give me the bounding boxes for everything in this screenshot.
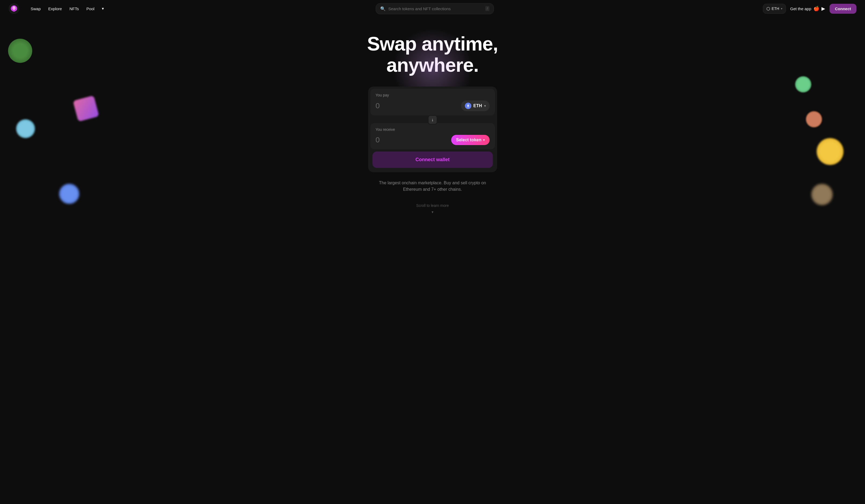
apple-icon: 🍎 (814, 5, 819, 12)
hero-title: Swap anytime, anywhere. (367, 33, 498, 76)
you-pay-panel: You pay ETH ▾ (370, 89, 495, 116)
select-token-button[interactable]: Select token ▾ (451, 135, 489, 145)
float-blob-gold (817, 138, 843, 165)
search-shortcut: / (485, 6, 489, 11)
float-blob-orange (806, 111, 822, 127)
you-pay-row: ETH ▾ (376, 101, 489, 111)
select-token-chevron-icon: ▾ (483, 138, 485, 142)
connect-wallet-button[interactable]: Connect wallet (372, 152, 493, 168)
chain-selector[interactable]: ⬡ ETH ▾ (763, 4, 786, 14)
float-blob-green (8, 39, 32, 63)
nav-center: 🔍 / (107, 3, 763, 14)
hero-subtitle: The largest onchain marketplace. Buy and… (379, 180, 486, 192)
swap-arrow-container: ↓ (370, 115, 495, 125)
float-blob-pink (73, 95, 99, 122)
connect-button[interactable]: Connect (830, 4, 856, 14)
eth-chain-icon: ⬡ (766, 6, 770, 11)
nav-more[interactable]: ▾ (99, 4, 107, 13)
search-bar[interactable]: 🔍 / (376, 3, 494, 14)
float-blob-blue (16, 119, 35, 138)
eth-token-label: ETH (473, 103, 482, 108)
eth-icon (465, 103, 471, 109)
nav-right: ⬡ ETH ▾ Get the app 🍎 ▶ Connect (763, 4, 856, 14)
nav-nfts[interactable]: NFTs (67, 5, 81, 13)
float-blob-tan (811, 184, 833, 205)
search-input[interactable] (388, 7, 483, 11)
nav-explore[interactable]: Explore (46, 5, 65, 13)
nav-links: Swap Explore NFTs Pool ▾ (28, 4, 107, 13)
hero-section: Swap anytime, anywhere. You pay ETH ▾ (0, 17, 865, 504)
you-receive-label: You receive (376, 127, 489, 132)
navbar: Swap Explore NFTs Pool ▾ 🔍 / ⬡ ETH ▾ Get… (0, 0, 865, 17)
swap-direction-button[interactable]: ↓ (428, 115, 437, 125)
eth-token-selector[interactable]: ETH ▾ (461, 101, 489, 111)
nav-swap[interactable]: Swap (28, 5, 44, 13)
float-blob-mint (795, 76, 811, 92)
scroll-hint-label: Scroll to learn more (416, 203, 449, 208)
you-receive-panel: You receive Select token ▾ (370, 123, 495, 149)
token-chevron-icon: ▾ (484, 104, 486, 108)
scroll-hint: Scroll to learn more ▾ (416, 203, 449, 214)
chevron-down-icon: ▾ (102, 6, 104, 11)
chain-label: ETH (772, 7, 779, 11)
swap-arrow-icon: ↓ (431, 117, 434, 122)
you-pay-label: You pay (376, 93, 489, 97)
you-receive-amount[interactable] (376, 136, 444, 144)
you-receive-row: Select token ▾ (376, 135, 489, 145)
nav-pool[interactable]: Pool (83, 5, 97, 13)
scroll-chevron-icon: ▾ (431, 210, 434, 214)
get-app-label: Get the app (790, 7, 811, 11)
google-play-icon: ▶ (821, 5, 825, 12)
chain-chevron-icon: ▾ (781, 7, 783, 11)
logo[interactable] (9, 3, 19, 14)
float-blob-indigo (59, 184, 79, 204)
get-app-button[interactable]: Get the app 🍎 ▶ (790, 5, 825, 12)
swap-widget: You pay ETH ▾ ↓ (368, 86, 497, 172)
search-icon: 🔍 (380, 6, 385, 11)
nav-left: Swap Explore NFTs Pool ▾ (9, 3, 107, 14)
you-pay-amount[interactable] (376, 102, 444, 110)
